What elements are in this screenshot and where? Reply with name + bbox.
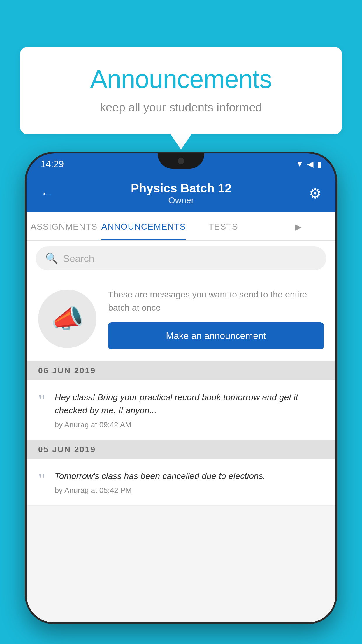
header-title-block: Physics Batch 12 Owner [53,181,309,205]
camera-dot [178,158,184,164]
tab-tests[interactable]: TESTS [186,212,261,240]
quote-icon: " [38,392,45,409]
phone-wrapper: 14:29 ▼ ◀ ▮ ← Physics Batch 12 Owner ⚙ [25,152,337,644]
screen-content: 🔍 Search 📣 These are messages you want t… [27,241,335,622]
announcement-text-2: Tomorrow's class has been cancelled due … [55,469,324,482]
notch [158,153,204,169]
promo-icon-circle: 📣 [38,290,96,348]
announcement-meta-1: by Anurag at 09:42 AM [55,420,324,429]
speech-bubble: Announcements keep all your students inf… [20,47,342,134]
search-input[interactable]: Search [63,253,94,264]
announcement-item-1: " Hey class! Bring your practical record… [27,380,335,440]
status-icons: ▼ ◀ ▮ [296,159,321,169]
quote-icon-2: " [38,470,45,488]
back-button[interactable]: ← [41,186,53,201]
bubble-title: Announcements [37,64,325,94]
app-header: ← Physics Batch 12 Owner ⚙ [27,174,335,212]
promo-right: These are messages you want to send to t… [108,288,324,349]
announcement-text-1: Hey class! Bring your practical record b… [55,391,324,417]
signal-icon: ◀ [307,159,314,169]
phone-device: 14:29 ▼ ◀ ▮ ← Physics Batch 12 Owner ⚙ [25,152,337,624]
promo-block: 📣 These are messages you want to send to… [27,276,335,361]
battery-icon: ▮ [317,159,321,169]
phone-screen: 14:29 ▼ ◀ ▮ ← Physics Batch 12 Owner ⚙ [27,153,335,622]
wifi-icon: ▼ [296,159,304,169]
status-time: 14:29 [41,159,64,169]
bubble-subtitle: keep all your students informed [37,101,325,114]
tab-announcements[interactable]: ANNOUNCEMENTS [101,212,186,240]
tabs-bar: ASSIGNMENTS ANNOUNCEMENTS TESTS ▶ [27,212,335,241]
announcement-text-block-2: Tomorrow's class has been cancelled due … [55,469,324,495]
status-bar: 14:29 ▼ ◀ ▮ [27,153,335,174]
tab-assignments[interactable]: ASSIGNMENTS [27,212,101,240]
search-icon: 🔍 [45,252,58,265]
volume-down-button [25,273,25,296]
make-announcement-button[interactable]: Make an announcement [108,322,324,349]
megaphone-icon: 📣 [51,303,84,334]
tab-more[interactable]: ▶ [261,212,335,240]
speech-bubble-container: Announcements keep all your students inf… [20,47,342,134]
page-subtitle: Owner [53,195,309,205]
announcement-item-2: " Tomorrow's class has been cancelled du… [27,459,335,506]
settings-icon[interactable]: ⚙ [309,185,321,202]
search-bar[interactable]: 🔍 Search [36,246,326,270]
date-separator-1: 06 JUN 2019 [27,361,335,380]
announcement-meta-2: by Anurag at 05:42 PM [55,486,324,495]
promo-description: These are messages you want to send to t… [108,288,324,314]
search-bar-wrapper: 🔍 Search [27,241,335,276]
volume-up-button [25,241,25,264]
date-separator-2: 05 JUN 2019 [27,440,335,459]
page-title: Physics Batch 12 [53,181,309,195]
power-button [337,253,337,288]
announcement-text-block-1: Hey class! Bring your practical record b… [55,391,324,429]
